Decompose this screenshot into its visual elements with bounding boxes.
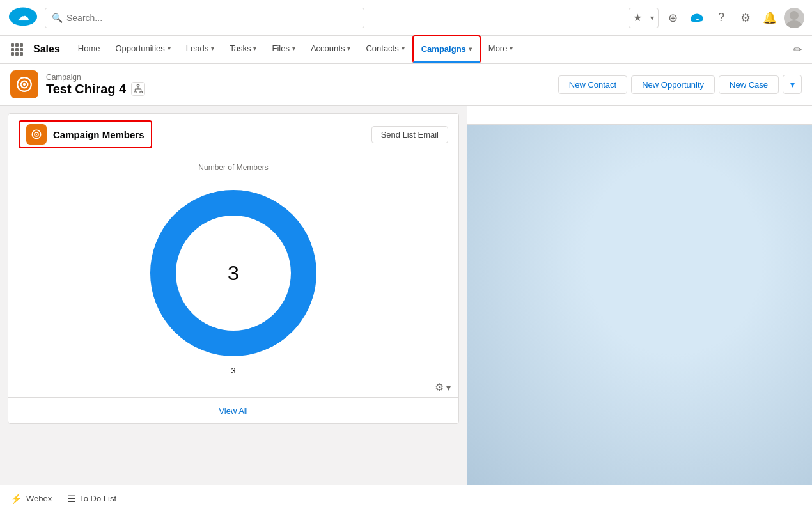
chevron-down-icon: ▾ (790, 79, 795, 90)
bottom-bar-webex[interactable]: ⚡ Webex (10, 493, 52, 505)
svg-text:☁: ☁ (695, 16, 699, 20)
campaign-members-header-highlighted: Campaign Members (19, 120, 152, 148)
chevron-down-icon[interactable]: ▾ (646, 8, 658, 28)
edit-nav-icon[interactable]: ✏ (788, 43, 807, 56)
new-opportunity-button[interactable]: New Opportunity (631, 75, 715, 94)
star-icon[interactable]: ★ (629, 8, 646, 28)
chevron-down-icon: ▾ (211, 45, 214, 52)
svg-rect-12 (137, 85, 139, 86)
hierarchy-btn[interactable] (131, 82, 145, 96)
app-name: Sales (33, 43, 60, 55)
donut-center-value: 3 (228, 262, 239, 285)
search-input[interactable] (66, 13, 357, 23)
salesforce-logo[interactable]: ☁ (8, 6, 38, 29)
search-box: 🔍 (45, 8, 364, 28)
nav-label-tasks: Tasks (230, 43, 251, 53)
card-footer: View All (8, 397, 458, 423)
chevron-down-icon: ▾ (253, 45, 256, 52)
view-all-link[interactable]: View All (219, 406, 247, 416)
chevron-down-icon: ▾ (469, 45, 472, 52)
chevron-down-icon: ▾ (292, 45, 295, 52)
settings-icon[interactable]: ⚙ (735, 8, 756, 28)
donut-bottom-label: 3 (231, 366, 235, 375)
bottom-bar: ⚡ Webex ☰ To Do List (0, 485, 812, 511)
right-panel-top (467, 106, 812, 125)
record-title-text: Test Chirag 4 (46, 82, 126, 97)
svg-rect-14 (140, 91, 143, 93)
chevron-down-icon: ▾ (402, 45, 405, 52)
webex-icon: ⚡ (10, 493, 22, 505)
chart-label: Number of Members (16, 163, 451, 172)
navbar: Sales Home Opportunities ▾ Leads ▾ Tasks… (0, 36, 812, 64)
right-panel (467, 106, 812, 485)
left-panel: Campaign Members Send List Email Number … (0, 106, 467, 485)
nav-label-more: More (488, 43, 508, 53)
new-case-button[interactable]: New Case (719, 75, 779, 94)
new-item-btn[interactable]: ⊕ (662, 8, 683, 28)
chevron-down-icon: ▾ (347, 45, 350, 52)
nav-label-leads: Leads (186, 43, 208, 53)
page-header-actions: New Contact New Opportunity New Case ▾ (558, 75, 802, 94)
webex-label: Webex (26, 494, 52, 503)
chart-dropdown-icon[interactable]: ▾ (446, 382, 451, 393)
actions-dropdown-btn[interactable]: ▾ (783, 75, 802, 94)
campaign-members-card: Campaign Members Send List Email Number … (8, 113, 459, 424)
campaign-members-title: Campaign Members (53, 129, 144, 140)
svg-text:☁: ☁ (17, 10, 29, 23)
chart-footer: ⚙ ▾ (8, 377, 458, 397)
page-header: Campaign Test Chirag 4 New Contact New O… (0, 64, 812, 106)
sidebar-item-home[interactable]: Home (70, 35, 108, 63)
new-contact-button[interactable]: New Contact (558, 75, 627, 94)
chevron-down-icon: ▾ (510, 45, 513, 52)
sidebar-item-tasks[interactable]: Tasks ▾ (222, 35, 264, 63)
nav-label-accounts: Accounts (311, 43, 345, 53)
nav-items: Home Opportunities ▾ Leads ▾ Tasks ▾ Fil… (70, 35, 788, 63)
record-info: Campaign Test Chirag 4 (46, 73, 558, 97)
sidebar-item-leads[interactable]: Leads ▾ (178, 35, 222, 63)
nav-label-files: Files (272, 43, 289, 53)
help-icon[interactable]: ? (711, 8, 731, 28)
chevron-down-icon: ▾ (168, 45, 171, 52)
record-icon (10, 70, 38, 98)
chart-settings-btn[interactable]: ⚙ (435, 381, 444, 393)
todo-icon: ☰ (67, 493, 75, 505)
svg-point-8 (786, 20, 802, 28)
sidebar-item-opportunities[interactable]: Opportunities ▾ (108, 35, 178, 63)
topbar: ☁ 🔍 ★ ▾ ⊕ ☁ ? ⚙ 🔔 (0, 0, 812, 36)
nav-label-contacts: Contacts (366, 43, 398, 53)
topbar-actions: ★ ▾ ⊕ ☁ ? ⚙ 🔔 (629, 8, 804, 28)
bottom-bar-todo[interactable]: ☰ To Do List (67, 493, 116, 505)
sidebar-item-campaigns[interactable]: Campaigns ▾ (412, 35, 481, 63)
favorites-btn[interactable]: ★ ▾ (629, 8, 659, 28)
nav-label-campaigns: Campaigns (421, 44, 466, 54)
search-icon: 🔍 (52, 13, 63, 23)
sidebar-item-more[interactable]: More ▾ (481, 35, 521, 63)
chart-area: Number of Members 3 3 (8, 155, 458, 377)
nav-label-home: Home (78, 43, 100, 53)
campaign-members-icon (26, 124, 47, 145)
main-content: Campaign Members Send List Email Number … (0, 106, 812, 485)
record-title: Test Chirag 4 (46, 82, 558, 97)
todo-label: To Do List (79, 494, 116, 503)
sidebar-item-files[interactable]: Files ▾ (264, 35, 302, 63)
send-list-email-button[interactable]: Send List Email (371, 126, 448, 143)
avatar[interactable] (784, 8, 804, 28)
sidebar-item-contacts[interactable]: Contacts ▾ (358, 35, 412, 63)
svg-point-11 (23, 83, 26, 86)
notifications-icon[interactable]: 🔔 (760, 8, 780, 28)
sidebar-item-accounts[interactable]: Accounts ▾ (303, 35, 358, 63)
donut-chart: 3 3 (16, 177, 451, 369)
card-header: Campaign Members Send List Email (8, 114, 458, 155)
record-type-label: Campaign (46, 73, 558, 82)
svg-point-21 (36, 134, 37, 135)
svg-rect-13 (134, 91, 137, 93)
nav-label-opportunities: Opportunities (116, 43, 165, 53)
salesforce-cloud-icon[interactable]: ☁ (687, 8, 707, 28)
app-launcher-btn[interactable] (5, 35, 28, 63)
svg-point-7 (790, 11, 799, 20)
